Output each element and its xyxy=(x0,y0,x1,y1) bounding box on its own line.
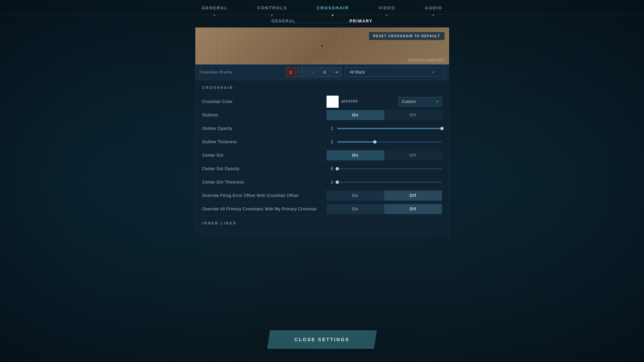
trash-icon: 🗑 xyxy=(288,69,293,75)
override-firing-off-button[interactable]: Off xyxy=(384,191,442,201)
download-profile-button[interactable]: ↓ xyxy=(308,67,318,77)
download-icon: ↓ xyxy=(312,70,314,74)
profile-dropdown[interactable]: All Black ▾ xyxy=(345,67,445,77)
outlines-row: Outlines On Off xyxy=(202,108,442,122)
override-firing-error-label: Override Firing Error Offset With Crossh… xyxy=(202,191,327,201)
center-dot-thickness-label: Center Dot Thickness xyxy=(202,177,327,187)
crosshair-dot xyxy=(321,45,323,47)
center-dot-opacity-slider[interactable] xyxy=(337,168,442,169)
outline-thickness-value: 2 xyxy=(327,140,333,144)
sub-tab-general[interactable]: GENERAL xyxy=(271,19,296,25)
center-dot-thickness-value: 1 xyxy=(327,180,333,185)
slider-thumb[interactable] xyxy=(373,140,377,144)
outlines-label: Outlines xyxy=(202,110,327,120)
upload-icon: ↑ xyxy=(301,70,303,74)
slider-track xyxy=(337,128,442,129)
center-dot-off-button[interactable]: Off xyxy=(384,150,442,160)
override-firing-on-button[interactable]: On xyxy=(327,191,384,201)
center-dot-thickness-slider-row: 1 xyxy=(327,180,442,185)
profile-label: Crosshair Profile xyxy=(200,70,284,74)
center-dot-thickness-row: Center Dot Thickness 1 xyxy=(202,175,442,189)
outlines-on-button[interactable]: On xyxy=(327,110,384,120)
override-firing-error-toggle: On Off xyxy=(327,191,442,201)
center-dot-on-button[interactable]: On xyxy=(327,150,384,160)
slider-track xyxy=(337,141,375,143)
center-dot-thickness-control: 1 xyxy=(327,180,442,185)
tab-crosshair[interactable]: CROSSHAIR xyxy=(315,3,350,14)
sub-nav: GENERAL PRIMARY xyxy=(271,15,373,28)
override-all-primary-row: Override All Primary Crosshairs With My … xyxy=(202,202,442,216)
settings-content: CROSSHAIR Crosshair Color #FFFFFF Custom… xyxy=(195,80,449,236)
settings-container: GENERAL CONTROLS CROSSHAIR VIDEO AUDIO G… xyxy=(0,0,644,362)
import-profile-button[interactable]: ⇥ xyxy=(331,67,341,77)
center-dot-control: On Off xyxy=(327,150,442,160)
outline-opacity-label: Outline Opacity xyxy=(202,123,327,134)
center-dot-opacity-value: 0 xyxy=(327,166,333,171)
top-nav: GENERAL CONTROLS CROSSHAIR VIDEO AUDIO xyxy=(0,0,644,15)
center-dot-thickness-slider[interactable] xyxy=(337,182,442,183)
upload-profile-button[interactable]: ↑ xyxy=(297,67,307,77)
outline-opacity-control: 1 xyxy=(327,126,442,131)
profile-bar: Crosshair Profile 🗑 ↑ ↓ ⧉ ⇥ All Black ▾ xyxy=(195,64,449,80)
outlines-control: On Off xyxy=(327,110,442,120)
center-dot-opacity-row: Center Dot Opacity 0 xyxy=(202,162,442,175)
center-dot-row: Center Dot On Off xyxy=(202,149,442,162)
outline-opacity-slider[interactable] xyxy=(337,128,442,129)
crosshair-color-control: #FFFFFF Custom ▾ xyxy=(327,96,442,108)
tab-video[interactable]: VIDEO xyxy=(377,3,397,14)
outline-opacity-value: 1 xyxy=(327,126,333,131)
override-all-primary-control: On Off xyxy=(327,204,442,214)
chevron-down-icon: ▾ xyxy=(433,70,434,74)
color-dropdown-label: Custom xyxy=(402,99,416,104)
outlines-off-button[interactable]: Off xyxy=(384,110,442,120)
outline-thickness-slider-row: 2 xyxy=(327,140,442,144)
center-dot-opacity-slider-row: 0 xyxy=(327,166,442,171)
crosshair-preview: RESET CROSSHAIR TO DEFAULT Elements misa… xyxy=(195,28,449,64)
delete-profile-button[interactable]: 🗑 xyxy=(286,67,296,77)
center-dot-toggle-group: On Off xyxy=(327,150,442,160)
outline-thickness-slider[interactable] xyxy=(337,141,442,143)
override-all-primary-toggle: On Off xyxy=(327,204,442,214)
color-preset-dropdown[interactable]: Custom ▾ xyxy=(398,97,442,106)
override-firing-error-control: On Off xyxy=(327,191,442,201)
outline-thickness-row: Outline Thickness 2 xyxy=(202,135,442,149)
settings-panel: Crosshair Profile 🗑 ↑ ↓ ⧉ ⇥ All Black ▾ xyxy=(195,64,449,236)
outline-thickness-label: Outline Thickness xyxy=(202,137,327,147)
import-icon: ⇥ xyxy=(335,70,338,74)
tab-general[interactable]: GENERAL xyxy=(200,3,229,14)
elements-misaligned-link[interactable]: Elements misaligned? xyxy=(408,57,445,61)
override-all-off-button[interactable]: Off xyxy=(384,204,442,214)
sub-tab-primary[interactable]: PRIMARY xyxy=(349,19,373,25)
center-dot-opacity-label: Center Dot Opacity xyxy=(202,164,327,174)
crosshair-section-title: CROSSHAIR xyxy=(202,86,442,91)
copy-profile-button[interactable]: ⧉ xyxy=(320,67,330,77)
outline-thickness-control: 2 xyxy=(327,140,442,144)
inner-lines-section-title: INNER LINES xyxy=(202,221,442,226)
color-hex-value: #FFFFFF xyxy=(341,99,398,104)
slider-thumb[interactable] xyxy=(336,180,339,184)
crosshair-color-row: Crosshair Color #FFFFFF Custom ▾ xyxy=(202,95,442,108)
override-all-primary-label: Override All Primary Crosshairs With My … xyxy=(202,204,327,214)
copy-icon: ⧉ xyxy=(323,70,326,74)
tab-controls[interactable]: CONTROLS xyxy=(256,3,289,14)
color-chevron-icon: ▾ xyxy=(437,100,438,103)
center-dot-label: Center Dot xyxy=(202,150,327,160)
outline-opacity-row: Outline Opacity 1 xyxy=(202,122,442,135)
outlines-toggle-group: On Off xyxy=(327,110,442,120)
close-settings-container: CLOSE SETTINGS xyxy=(267,330,377,349)
profile-selected: All Black xyxy=(350,70,365,74)
reset-crosshair-button[interactable]: RESET CROSSHAIR TO DEFAULT xyxy=(369,32,445,40)
slider-thumb[interactable] xyxy=(440,127,444,130)
color-swatch[interactable] xyxy=(327,96,339,108)
tab-audio[interactable]: AUDIO xyxy=(424,3,444,14)
crosshair-color-label: Crosshair Color xyxy=(202,97,327,107)
close-settings-button[interactable]: CLOSE SETTINGS xyxy=(267,330,377,349)
override-all-on-button[interactable]: On xyxy=(327,204,384,214)
outline-opacity-slider-row: 1 xyxy=(327,126,442,131)
override-firing-error-row: Override Firing Error Offset With Crossh… xyxy=(202,189,442,202)
slider-thumb[interactable] xyxy=(336,167,339,170)
center-dot-opacity-control: 0 xyxy=(327,166,442,171)
